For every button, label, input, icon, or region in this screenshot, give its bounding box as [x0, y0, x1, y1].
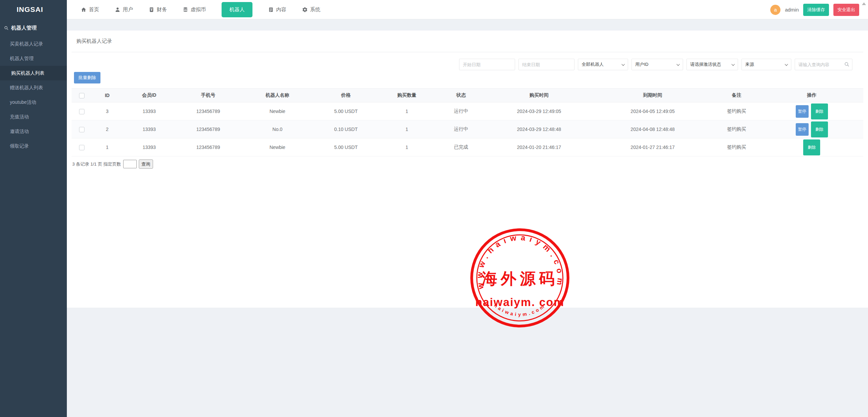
table-cell: 13393	[122, 120, 176, 138]
selected-value: 全部机器人	[582, 61, 604, 68]
sidebar-item-youtube-activity[interactable]: youtube活动	[0, 95, 67, 110]
column-header: 操作	[760, 89, 863, 102]
table-cell: Newbie	[240, 102, 315, 120]
column-header: 状态	[436, 89, 486, 102]
table-cell: 2024-04-05 12:49:05	[592, 102, 713, 120]
topnav-item-label: 系统	[310, 6, 320, 13]
table-cell: 签约购买	[713, 138, 760, 156]
end-date-input[interactable]	[518, 59, 574, 70]
start-date-input[interactable]	[459, 59, 515, 70]
sidebar: INGSAI 机器人管理 买卖机器人记录机器人管理购买机器人列表赠送机器人列表y…	[0, 0, 67, 417]
table-cell: 1	[377, 120, 437, 138]
filter-select-robot-type[interactable]: 全部机器人	[578, 59, 628, 70]
topnav-item-system[interactable]: 系统	[302, 6, 320, 13]
table-cell: 1	[377, 102, 437, 120]
logout-button[interactable]: 安全退出	[833, 4, 859, 16]
content-card: 购买机器人记录 全部机器人用户ID请选择激活状态来源 批量删除 ID会员ID手机…	[67, 31, 868, 308]
topnav-item-home[interactable]: 首页	[81, 6, 99, 13]
username: admin	[785, 7, 799, 13]
table-cell: 2	[92, 120, 122, 138]
filter-bar: 全部机器人用户ID请选择激活状态来源	[459, 59, 852, 70]
topnav-item-crypto[interactable]: 虚拟币	[183, 6, 206, 13]
sidebar-item-buy-robot-list[interactable]: 购买机器人列表	[0, 66, 67, 80]
topnav-item-label: 机器人	[229, 6, 245, 13]
batch-delete-button[interactable]: 批量删除	[74, 72, 100, 83]
clear-cache-button[interactable]: 清除缓存	[803, 4, 829, 16]
sidebar-item-claim-records[interactable]: 领取记录	[0, 139, 67, 153]
table-cell: 已完成	[436, 138, 486, 156]
filter-select-source[interactable]: 来源	[741, 59, 791, 70]
row-checkbox-cell	[72, 138, 92, 156]
table-cell: 123456789	[176, 138, 240, 156]
scroll-top-arrow-icon[interactable]	[862, 2, 866, 5]
search-icon[interactable]	[844, 61, 850, 67]
sidebar-item-trade-robot-records[interactable]: 买卖机器人记录	[0, 37, 67, 51]
gear-icon	[302, 7, 308, 13]
pagination-summary: 3 条记录 1/1 页 指定页数	[72, 161, 121, 167]
delete-button[interactable]: 删除	[803, 139, 820, 155]
topnav-item-content[interactable]: 内容	[268, 6, 286, 13]
pause-button[interactable]: 暂停	[796, 105, 809, 118]
delete-button[interactable]: 删除	[811, 121, 828, 137]
topnav-item-label: 首页	[89, 6, 99, 13]
sidebar-item-gift-robot-list[interactable]: 赠送机器人列表	[0, 80, 67, 95]
table-cell: 3	[92, 102, 122, 120]
table-cell: 123456789	[176, 102, 240, 120]
finance-icon: ¥	[149, 7, 154, 13]
topnav-item-finance[interactable]: ¥财务	[149, 6, 167, 13]
page-query-button[interactable]: 查询	[139, 159, 153, 169]
column-header: 备注	[713, 89, 760, 102]
table-cell: 0.10 USDT	[315, 120, 377, 138]
topnav-menu: 首页用户¥财务虚拟币机器人内容系统	[81, 0, 320, 19]
sidebar-item-invite-activity[interactable]: 邀请活动	[0, 124, 67, 139]
content-icon	[268, 7, 274, 13]
filter-select-active-status[interactable]: 请选择激活状态	[686, 59, 738, 70]
topnav-item-users[interactable]: 用户	[115, 6, 133, 13]
chevron-down-icon	[785, 62, 788, 66]
row-checkbox-cell	[72, 102, 92, 120]
chevron-down-icon	[622, 62, 625, 66]
sidebar-menu: 买卖机器人记录机器人管理购买机器人列表赠送机器人列表youtube活动充值活动邀…	[0, 37, 67, 153]
sidebar-item-recharge-activity[interactable]: 充值活动	[0, 110, 67, 124]
records-table: ID会员ID手机号机器人名称价格购买数量状态购买时间到期时间备注操作313393…	[72, 88, 863, 156]
page-number-input[interactable]	[123, 160, 137, 168]
title-divider	[72, 52, 863, 52]
column-header: 到期时间	[592, 89, 713, 102]
table-cell: 签约购买	[713, 102, 760, 120]
selected-value: 来源	[745, 61, 754, 68]
avatar[interactable]: a	[770, 5, 780, 15]
pause-button[interactable]: 暂停	[796, 123, 809, 136]
page: INGSAI 机器人管理 买卖机器人记录机器人管理购买机器人列表赠送机器人列表y…	[0, 0, 868, 417]
topnav-item-label: 虚拟币	[191, 6, 206, 13]
topnav-item-label: 财务	[157, 6, 167, 13]
user-area: a admin 清除缓存 安全退出	[770, 0, 859, 19]
row-checkbox[interactable]	[79, 145, 84, 150]
table-cell: 1	[377, 138, 437, 156]
pagination: 3 条记录 1/1 页 指定页数 查询	[72, 159, 153, 169]
filter-selects: 全部机器人用户ID请选择激活状态来源	[578, 59, 791, 70]
table-cell: 13393	[122, 138, 176, 156]
table-header-row: ID会员ID手机号机器人名称价格购买数量状态购买时间到期时间备注操作	[72, 89, 863, 102]
table-cell: Newbie	[240, 138, 315, 156]
row-checkbox[interactable]	[79, 109, 84, 114]
delete-button[interactable]: 删除	[811, 103, 828, 119]
column-header: 手机号	[176, 89, 240, 102]
selected-value: 用户ID	[635, 61, 648, 68]
filter-select-user-id[interactable]: 用户ID	[631, 59, 683, 70]
row-checkbox[interactable]	[79, 127, 84, 132]
table-cell: 123456789	[176, 120, 240, 138]
column-header: 购买数量	[377, 89, 437, 102]
topnav-item-label: 用户	[123, 6, 133, 13]
table-cell: 签约购买	[713, 120, 760, 138]
column-header: ID	[92, 89, 122, 102]
table-cell: 2024-03-29 12:49:05	[486, 102, 592, 120]
svg-text:¥: ¥	[151, 8, 153, 12]
table-cell: 1	[92, 138, 122, 156]
topnav-item-robot[interactable]: 机器人	[222, 2, 252, 17]
column-header: 购买时间	[486, 89, 592, 102]
sidebar-item-robot-management[interactable]: 机器人管理	[0, 51, 67, 66]
column-header: 价格	[315, 89, 377, 102]
table-cell: 2024-01-27 21:46:17	[592, 138, 713, 156]
select-all-checkbox[interactable]	[79, 93, 84, 98]
brand-logo: INGSAI	[0, 0, 67, 14]
